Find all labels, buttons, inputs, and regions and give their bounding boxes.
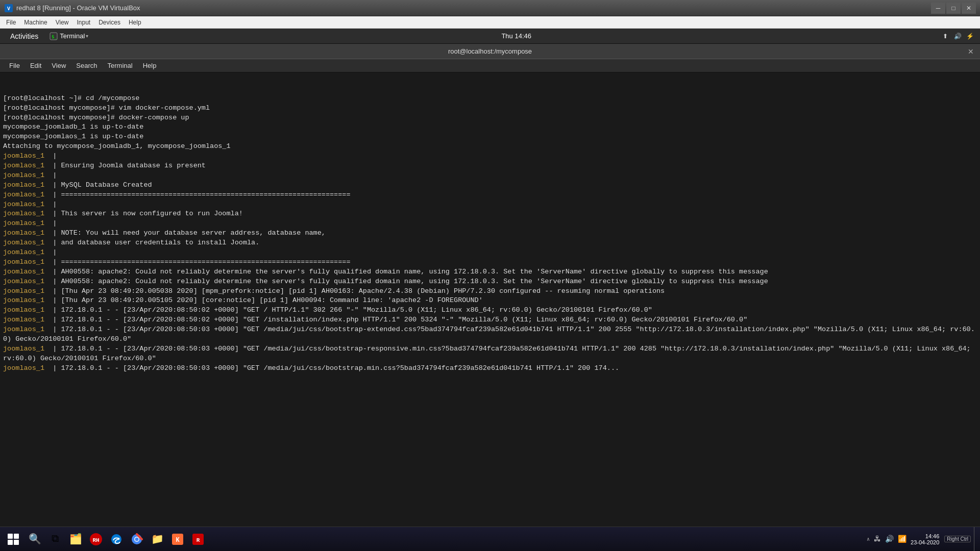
vbox-menu-file[interactable]: File: [2, 18, 20, 27]
show-desktop-button[interactable]: [974, 527, 978, 551]
vbox-title: redhat 8 [Running] - Oracle VM VirtualBo…: [16, 4, 931, 12]
svg-text:$_: $_: [52, 34, 57, 39]
svg-text:V: V: [7, 6, 10, 12]
gnome-clock[interactable]: Thu 14:46: [91, 32, 941, 40]
vbox-titlebar: V redhat 8 [Running] - Oracle VM Virtual…: [0, 0, 980, 16]
taskbar-tray: 🖧 🔊 📶: [873, 534, 908, 544]
terminal-window: root@localhost:/mycompose ✕ File Edit Vi…: [0, 44, 980, 527]
gnome-tray: ⬆ 🔊 ⚡: [941, 32, 974, 40]
taskbar-folder-icon[interactable]: 📁: [148, 530, 166, 548]
right-ctrl-label: Right Ctrl: [944, 536, 971, 542]
network-icon[interactable]: 🖧: [873, 534, 882, 544]
terminal-line: [root@localhost mycompose]# vim docker-c…: [3, 104, 977, 113]
terminal-line: mycompose_joomladb_1 is up-to-date: [3, 122, 977, 132]
svg-text:K: K: [176, 537, 180, 544]
terminal-line: joomlaos_1 | 172.18.0.1 - - [23/Apr/2020…: [3, 325, 977, 344]
terminal-line: joomlaos_1 |: [3, 219, 977, 229]
vbox-menu-view[interactable]: View: [52, 18, 73, 27]
windows-logo-icon: [8, 534, 19, 545]
taskbar-app2-icon[interactable]: R: [189, 530, 207, 548]
terminal-line: joomlaos_1 |: [3, 152, 977, 161]
terminal-titlebar: root@localhost:/mycompose ✕: [0, 44, 980, 59]
terminal-dropdown-arrow: ▾: [86, 33, 88, 39]
terminal-line: Attaching to mycompose_joomladb_1, mycom…: [3, 142, 977, 152]
svg-text:R: R: [197, 537, 200, 543]
vbox-menu-devices[interactable]: Devices: [94, 18, 125, 27]
windows-taskbar: 🔍 ⧉ 🗂️ RH 📁: [0, 527, 980, 551]
terminal-line: joomlaos_1 | 172.18.0.1 - - [23/Apr/2020…: [3, 364, 977, 373]
virtualbox-window: V redhat 8 [Running] - Oracle VM Virtual…: [0, 0, 980, 551]
start-button[interactable]: [2, 528, 24, 550]
clock-time: 14:46: [911, 533, 939, 539]
terminal-line: joomlaos_1 | AH00558: apache2: Could not…: [3, 277, 977, 287]
vbox-menu-machine[interactable]: Machine: [20, 18, 51, 27]
taskbar-clock[interactable]: 14:46 23-04-2020: [911, 533, 941, 545]
power-tray-icon[interactable]: ⚡: [966, 32, 974, 40]
network-tray-icon[interactable]: ⬆: [941, 32, 949, 40]
terminal-line: joomlaos_1 | ===========================…: [3, 190, 977, 200]
svg-point-9: [135, 537, 139, 541]
terminal-line: joomlaos_1 |: [3, 171, 977, 181]
vbox-maximize-button[interactable]: □: [946, 3, 961, 14]
terminal-line: joomlaos_1 | 172.18.0.1 - - [23/Apr/2020…: [3, 344, 977, 364]
clock-date: 23-04-2020: [911, 539, 939, 545]
term-menu-edit[interactable]: Edit: [25, 61, 46, 70]
terminal-close-button[interactable]: ✕: [966, 46, 976, 57]
terminal-line: [root@localhost ~]# cd /mycompose: [3, 94, 977, 104]
taskbar-right: ∧ 🖧 🔊 📶 14:46 23-04-2020 Right Ctrl: [867, 527, 978, 551]
terminal-line: joomlaos_1 | ===========================…: [3, 258, 977, 267]
activities-button[interactable]: Activities: [6, 31, 42, 41]
term-menu-terminal[interactable]: Terminal: [103, 61, 138, 70]
vbox-minimize-button[interactable]: ─: [931, 3, 945, 14]
terminal-line: joomlaos_1 | NOTE: You will need your da…: [3, 229, 977, 238]
vbox-icon: V: [4, 4, 13, 13]
terminal-menubar: File Edit View Search Terminal Help: [0, 59, 980, 72]
terminal-title: root@localhost:/mycompose: [448, 47, 532, 55]
terminal-line: joomlaos_1 | and database user credentia…: [3, 238, 977, 248]
svg-text:RH: RH: [92, 537, 99, 543]
terminal-line: joomlaos_1 | 172.18.0.1 - - [23/Apr/2020…: [3, 306, 977, 315]
terminal-line: joomlaos_1 | AH00558: apache2: Could not…: [3, 267, 977, 277]
term-menu-file[interactable]: File: [4, 61, 25, 70]
term-menu-help[interactable]: Help: [138, 61, 162, 70]
vbox-window-controls: ─ □ ✕: [931, 3, 976, 14]
taskbar-chevron-icon[interactable]: ∧: [867, 536, 870, 542]
vbox-close-button[interactable]: ✕: [962, 3, 976, 14]
wifi-icon[interactable]: 📶: [897, 534, 908, 544]
taskbar-edge-icon[interactable]: [107, 530, 126, 548]
terminal-line: mycompose_joomlaos_1 is up-to-date: [3, 132, 977, 142]
terminal-content[interactable]: [root@localhost ~]# cd /mycompose[root@l…: [0, 72, 980, 527]
vbox-menu-input[interactable]: Input: [73, 18, 95, 27]
terminal-line: joomlaos_1 | [Thu Apr 23 08:49:20.005038…: [3, 287, 977, 296]
taskbar-task-view-icon[interactable]: ⧉: [46, 530, 64, 548]
volume-tray-icon[interactable]: 🔊: [953, 32, 962, 40]
taskbar-chrome-icon[interactable]: [128, 530, 146, 548]
terminal-line: joomlaos_1 | 172.18.0.1 - - [23/Apr/2020…: [3, 315, 977, 325]
terminal-line: joomlaos_1 | MySQL Database Created: [3, 181, 977, 190]
taskbar-redhat-icon[interactable]: RH: [87, 530, 105, 548]
terminal-line: [root@localhost mycompose]# docker-compo…: [3, 113, 977, 123]
terminal-line: joomlaos_1 |: [3, 200, 977, 210]
volume-icon[interactable]: 🔊: [884, 534, 895, 544]
terminal-indicator-label: Terminal: [60, 32, 85, 40]
term-menu-view[interactable]: View: [46, 61, 71, 70]
taskbar-search-icon[interactable]: 🔍: [26, 530, 44, 548]
terminal-line: joomlaos_1 | Ensuring Joomla database is…: [3, 161, 977, 171]
terminal-line: joomlaos_1 |: [3, 248, 977, 258]
vbox-menubar: File Machine View Input Devices Help: [0, 16, 980, 29]
terminal-line: joomlaos_1 | [Thu Apr 23 08:49:20.005105…: [3, 296, 977, 306]
taskbar-app1-icon[interactable]: K: [168, 530, 187, 548]
vbox-menu-help[interactable]: Help: [125, 18, 145, 27]
taskbar-explorer-icon[interactable]: 🗂️: [66, 530, 85, 548]
gnome-terminal-indicator[interactable]: $_ Terminal ▾: [46, 31, 91, 41]
term-menu-search[interactable]: Search: [71, 61, 102, 70]
gnome-topbar: Activities $_ Terminal ▾ Thu 14:46 ⬆ 🔊 ⚡: [0, 29, 980, 44]
terminal-line: joomlaos_1 | This server is now configur…: [3, 209, 977, 219]
